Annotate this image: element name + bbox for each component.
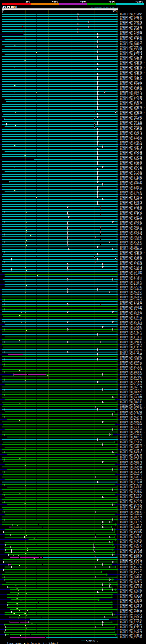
subject-gap-arrow-inner bbox=[113, 321, 114, 322]
hsp-boundary-tick bbox=[6, 584, 6, 586]
alignment-segment bbox=[2, 414, 117, 415]
subject-gap-arrow-inner bbox=[109, 291, 110, 293]
gap-notch bbox=[10, 569, 10, 570]
gap-notch bbox=[10, 304, 10, 305]
subject-end-arrow-icon bbox=[117, 70, 118, 73]
hsp-boundary-tick bbox=[4, 341, 5, 343]
gap-notch bbox=[10, 261, 10, 262]
alignment-row: UniRef100_O42248 bbox=[0, 56, 146, 58]
hit-label: UniRef100_O96653 bbox=[120, 584, 142, 586]
gap-notch bbox=[41, 259, 41, 260]
gap-notch bbox=[10, 379, 10, 380]
hsp-boundary-tick bbox=[9, 391, 9, 393]
identity-60-80 bbox=[87, 3, 116, 5]
subject-end-arrow-icon bbox=[117, 81, 118, 83]
alignment-segment bbox=[4, 537, 114, 538]
hit-label: UniRef100_UPI000.. bbox=[120, 341, 145, 343]
alignment-segment bbox=[2, 179, 117, 180]
subject-end-arrow-icon bbox=[117, 381, 118, 383]
hit-label: UniRef100_C5E1D7 bbox=[120, 624, 142, 626]
gap-notch bbox=[36, 119, 37, 120]
alignment-segment bbox=[2, 164, 117, 165]
hit-label: UniRef100_Q4Y0J3 bbox=[120, 526, 142, 528]
gap-notch bbox=[36, 49, 37, 50]
hsp-boundary-tick bbox=[9, 466, 9, 468]
gap-notch bbox=[10, 201, 10, 202]
subject-end-arrow-icon bbox=[117, 33, 118, 36]
gap-notch bbox=[10, 74, 10, 75]
subject-end-arrow-icon bbox=[117, 98, 118, 100]
hsp-boundary-tick bbox=[5, 126, 5, 128]
subject-gap-arrow-inner bbox=[78, 31, 79, 32]
hsp-boundary-tick bbox=[9, 331, 9, 333]
gap-notch bbox=[9, 634, 9, 635]
hsp-boundary-tick bbox=[4, 346, 4, 348]
alignment-row: UniRef100_Q6VEJ7 bbox=[0, 86, 146, 88]
alignment-segment bbox=[4, 282, 117, 282]
gap-notch bbox=[36, 457, 37, 458]
subject-end-arrow-icon bbox=[117, 238, 118, 240]
subject-gap-arrow-inner bbox=[68, 244, 69, 245]
alignment-row: UniRef100_B3RW27 bbox=[0, 398, 146, 401]
hsp-boundary-tick bbox=[4, 304, 5, 306]
gap-notch bbox=[36, 322, 37, 322]
alignment-row: UniRef100_A7E2L4 bbox=[0, 53, 146, 56]
gap-notch bbox=[36, 139, 37, 140]
subject-end-arrow-icon bbox=[117, 568, 118, 571]
subject-gap-arrow-inner bbox=[95, 111, 96, 112]
gap-notch bbox=[38, 602, 39, 603]
subject-end-arrow-icon bbox=[117, 376, 118, 378]
alignment-row: UniRef100_A4S6H8 bbox=[0, 30, 146, 33]
hit-label: UniRef100_Q29MB0 bbox=[120, 326, 142, 328]
subject-end-arrow-icon bbox=[117, 143, 118, 146]
hit-label: UniRef100_B2CNY1 bbox=[120, 381, 142, 383]
hit-label: UniRef100_B8AWF2 bbox=[120, 494, 142, 496]
alignment-row: UniRef100_C1I1Z6 bbox=[0, 346, 146, 348]
subject-end-arrow-icon bbox=[117, 336, 118, 338]
alignment-segment bbox=[2, 44, 117, 44]
identity-80-100 bbox=[116, 3, 144, 5]
gap-notch bbox=[36, 329, 37, 330]
gap-notch bbox=[40, 609, 40, 610]
gap-notch bbox=[10, 462, 10, 462]
gap-notch bbox=[36, 582, 37, 582]
gap-notch bbox=[39, 637, 39, 638]
gap-notch bbox=[10, 369, 10, 370]
subject-gap-arrow-inner bbox=[68, 206, 69, 208]
hsp-boundary-tick bbox=[9, 356, 9, 358]
hsp-boundary-tick bbox=[4, 576, 5, 578]
alignment-segment bbox=[2, 329, 117, 330]
gap-notch bbox=[36, 96, 37, 97]
alignment-row: UniRef100_UPI000.. bbox=[0, 250, 146, 253]
hit-label: UniRef100_Q08G56 bbox=[120, 258, 142, 261]
hsp-boundary-tick bbox=[9, 168, 9, 170]
gap-notch bbox=[10, 56, 10, 57]
subject-end-arrow-icon bbox=[117, 478, 118, 481]
alignment-row: UniRef100_P46800 bbox=[0, 486, 146, 488]
alignment-segment bbox=[2, 576, 117, 578]
alignment-row: UniRef100_B9WK13 bbox=[0, 546, 146, 548]
subject-gap-arrow-inner bbox=[110, 542, 111, 543]
hsp-boundary-tick bbox=[5, 284, 5, 286]
alignment-row: UniRef100_UPI000.. bbox=[0, 358, 146, 361]
hit-label: UniRef100_C5WY34 bbox=[120, 394, 142, 396]
gap-notch bbox=[10, 274, 10, 275]
subject-gap-arrow-inner bbox=[98, 186, 99, 188]
hit-label: UniRef100_A9RL45 bbox=[120, 26, 142, 28]
gap-notch bbox=[36, 309, 37, 310]
hit-label: UniRef100_A8Q1C2 bbox=[120, 436, 142, 438]
hit-label: UniRef100_B4NZ46 bbox=[120, 191, 142, 193]
hsp-boundary-tick bbox=[4, 408, 5, 410]
subject-end-arrow-icon bbox=[114, 531, 115, 533]
gap-notch bbox=[10, 161, 10, 162]
subject-gap-arrow-inner bbox=[98, 124, 99, 125]
hit-label: UniRef100_C1H819 bbox=[120, 336, 142, 338]
gap-notch bbox=[36, 514, 37, 515]
gap-notch bbox=[36, 251, 37, 252]
hsp-boundary-tick bbox=[11, 544, 11, 546]
alignment-row: UniRef100_C5MTW1 bbox=[0, 323, 146, 326]
gap-notch bbox=[54, 619, 54, 620]
gap-notch bbox=[36, 494, 37, 495]
alignment-segment bbox=[2, 332, 117, 332]
subject-end-arrow-icon bbox=[117, 108, 118, 110]
